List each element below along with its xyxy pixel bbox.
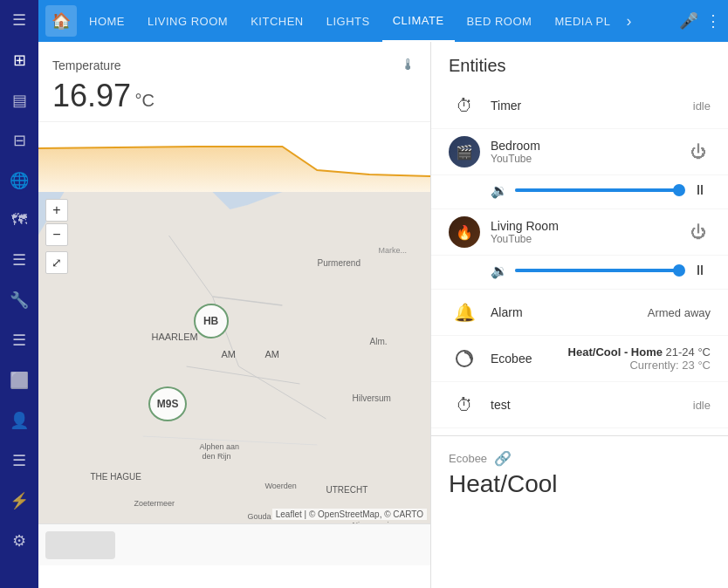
sidebar-list-icon[interactable]: ▤ — [9, 87, 31, 113]
timer-name: Timer — [491, 99, 683, 113]
sidebar-tools-icon[interactable]: 🔧 — [6, 287, 32, 313]
svg-text:Alphen aan: Alphen aan — [200, 442, 240, 451]
ecobee-card-label: Ecobee — [449, 452, 487, 465]
bedroom-pause-button[interactable]: ⏸ — [690, 179, 711, 202]
living-room-power-button[interactable]: ⏻ — [686, 220, 711, 244]
entity-row-living-room: 🔥 Living Room YouTube ⏻ — [431, 209, 728, 256]
nav-item-media[interactable]: MEDIA PL — [544, 0, 621, 42]
sidebar-developer-icon[interactable]: ⬜ — [6, 367, 32, 393]
fullscreen-button[interactable]: ⤢ — [45, 251, 68, 274]
bedroom-volume-slider[interactable] — [515, 188, 683, 192]
entity-row-test: ⏱ test idle — [431, 382, 728, 428]
bedroom-sub: YouTube — [491, 153, 676, 165]
marker-m9s-label: M9S — [157, 398, 179, 410]
sidebar-items-icon[interactable]: ☰ — [9, 247, 30, 273]
left-panel: Temperature 🌡 16.97 °C — [38, 42, 431, 588]
sidebar-settings-icon[interactable]: ⚙ — [9, 528, 30, 554]
bottom-panel — [38, 523, 430, 565]
svg-text:Purmerend: Purmerend — [318, 258, 361, 268]
sidebar-map-icon[interactable]: 🗺 — [8, 208, 31, 233]
ecobee-entity-icon — [449, 343, 480, 374]
content-area: Temperature 🌡 16.97 °C — [38, 42, 728, 588]
alarm-icon: 🔔 — [449, 297, 480, 328]
nav-item-living-room[interactable]: LIVING ROOM — [137, 0, 238, 42]
map-marker-m9s[interactable]: M9S — [148, 386, 187, 421]
sidebar: ☰ ⊞ ▤ ⊟ 🌐 🗺 ☰ 🔧 ☰ ⬜ 👤 ☰ ⚡ ⚙ — [0, 0, 38, 588]
map-marker-hb[interactable]: HB — [194, 304, 229, 338]
test-name: test — [491, 398, 683, 412]
sidebar-globe-icon[interactable]: 🌐 — [6, 168, 32, 194]
svg-text:den Rijn: den Rijn — [203, 452, 231, 461]
ecobee-current: Currently: 23 °C — [568, 359, 711, 372]
ecobee-card-title: Heat/Cool — [449, 470, 711, 498]
thermometer-icon: 🌡 — [401, 56, 416, 74]
svg-text:THE HAGUE: THE HAGUE — [91, 472, 142, 482]
entity-row-timer: ⏱ Timer idle — [431, 83, 728, 129]
alarm-name: Alarm — [491, 305, 637, 319]
svg-text:Hilversum: Hilversum — [353, 393, 391, 403]
top-navigation: 🏠 HOME LIVING ROOM KITCHEN LIGHTS CLIMAT… — [38, 0, 728, 42]
ecobee-link-icon[interactable]: 🔗 — [494, 450, 512, 467]
sidebar-menu-icon[interactable]: ☰ — [9, 7, 30, 33]
living-room-avatar: 🔥 — [449, 216, 480, 248]
bedroom-volume-icon: 🔉 — [491, 182, 508, 199]
bedroom-power-button[interactable]: ⏻ — [686, 140, 711, 164]
nav-item-bedroom[interactable]: BED ROOM — [457, 0, 543, 42]
sidebar-user-icon[interactable]: 👤 — [6, 407, 32, 434]
test-icon: ⏱ — [449, 389, 480, 420]
svg-text:Gouda: Gouda — [248, 512, 271, 521]
sidebar-grid-icon[interactable]: ⊞ — [10, 47, 30, 73]
bottom-widget — [45, 531, 115, 559]
map-attribution: Leaflet | © OpenStreetMap, © CARTO — [272, 509, 427, 520]
living-room-pause-button[interactable]: ⏸ — [690, 259, 711, 282]
marker-hb-label: HB — [203, 315, 218, 327]
svg-text:AM: AM — [265, 349, 280, 359]
right-panel: Entities ⏱ Timer idle 🎬 Bedroom YouTube … — [431, 42, 728, 588]
living-room-volume-slider[interactable] — [515, 269, 683, 272]
ecobee-range: 21-24 °C — [663, 345, 711, 359]
timer-icon: ⏱ — [449, 90, 480, 121]
zoom-in-button[interactable]: + — [45, 199, 68, 222]
svg-text:Zoetermeer: Zoetermeer — [134, 499, 175, 508]
ecobee-entity-name: Ecobee — [491, 352, 558, 366]
temperature-unit: °C — [135, 91, 155, 110]
entity-row-alarm: 🔔 Alarm Armed away — [431, 290, 728, 336]
temperature-chart — [38, 122, 430, 192]
sidebar-notifications-icon[interactable]: ☰ — [9, 448, 30, 474]
sidebar-config-icon[interactable]: ☰ — [9, 327, 30, 353]
sidebar-energy-icon[interactable]: ⚡ — [6, 488, 32, 514]
temperature-label: Temperature — [52, 58, 121, 72]
nav-item-lights[interactable]: LIGHTS — [316, 0, 381, 42]
living-room-name: Living Room — [491, 219, 676, 233]
test-status: idle — [693, 399, 711, 412]
main-area: 🏠 HOME LIVING ROOM KITCHEN LIGHTS CLIMAT… — [38, 0, 728, 588]
timer-status: idle — [693, 99, 711, 113]
entity-row-bedroom: 🎬 Bedroom YouTube ⏻ — [431, 129, 728, 175]
svg-text:AM: AM — [222, 349, 237, 359]
living-room-volume-icon: 🔉 — [491, 263, 508, 279]
mic-button[interactable]: 🎤 — [679, 11, 698, 31]
svg-text:Marke...: Marke... — [379, 246, 408, 255]
living-room-sub: YouTube — [491, 233, 676, 245]
living-room-slider-row: 🔉 ⏸ — [431, 256, 728, 290]
temperature-value: 16.97 — [52, 78, 131, 113]
sidebar-layout-icon[interactable]: ⊟ — [10, 127, 30, 154]
svg-text:Woerden: Woerden — [265, 482, 297, 490]
home-nav-button[interactable]: 🏠 — [45, 5, 77, 37]
ecobee-entity-detail: Heat/Cool - Home 21-24 °C Currently: 23 … — [568, 345, 711, 372]
bedroom-slider-row: 🔉 ⏸ — [431, 175, 728, 209]
nav-more-button[interactable]: › — [622, 12, 635, 31]
svg-text:HAARLEM: HAARLEM — [152, 332, 198, 342]
entities-header: Entities — [431, 42, 728, 83]
map-section: Purmerend HAARLEM AM AM Alm. Hilversum A… — [38, 192, 430, 523]
nav-item-kitchen[interactable]: KITCHEN — [240, 0, 314, 42]
nav-menu-button[interactable]: ⋮ — [705, 11, 721, 31]
temperature-section: Temperature 🌡 16.97 °C — [38, 42, 430, 122]
map-controls: + − ⤢ — [45, 199, 68, 274]
zoom-out-button[interactable]: − — [45, 223, 68, 246]
alarm-status: Armed away — [648, 306, 711, 319]
svg-text:UTRECHT: UTRECHT — [326, 485, 368, 495]
nav-item-home[interactable]: HOME — [79, 0, 135, 42]
nav-item-climate[interactable]: CLIMATE — [382, 0, 455, 42]
svg-text:Nieuwegein: Nieuwegein — [353, 521, 394, 523]
